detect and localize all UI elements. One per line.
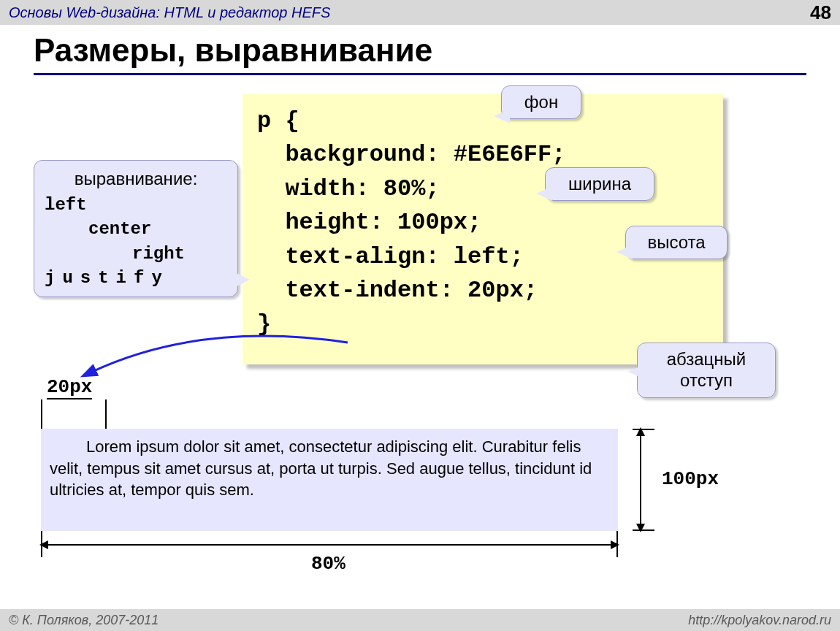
callout-indent: абзацный отступ — [637, 343, 776, 398]
align-option: center — [45, 217, 227, 242]
page-number: 48 — [810, 1, 831, 24]
align-option: left — [45, 193, 227, 218]
indent-bracket-icon — [41, 399, 107, 429]
footer-copyright: © К. Поляков, 2007-2011 — [9, 613, 159, 628]
footer-url: http://kpolyakov.narod.ru — [688, 613, 831, 628]
footer-bar: © К. Поляков, 2007-2011 http://kpolyakov… — [0, 609, 840, 631]
callout-tail-icon — [536, 186, 552, 201]
callout-alignment: выравнивание: left center right justify — [34, 160, 238, 297]
header-bar: Основы Web-дизайна: HTML и редактор HEFS… — [0, 0, 840, 25]
content-area: p { background: #E6E6FF; width: 80%; hei… — [34, 94, 806, 605]
callout-height: высота — [625, 226, 728, 259]
code-line: text-indent: 20px; — [257, 274, 709, 307]
callout-tail-icon — [628, 364, 644, 379]
code-line: p { — [257, 104, 709, 138]
slide-title: Размеры, выравнивание — [34, 32, 806, 75]
dim-arrow-icon — [41, 544, 618, 546]
example-paragraph: Lorem ipsum dolor sit amet, consectetur … — [41, 429, 618, 531]
callout-width: ширина — [545, 167, 654, 201]
paragraph-text: Lorem ipsum dolor sit amet, consectetur … — [50, 436, 609, 501]
callout-tail-icon — [229, 269, 250, 290]
width-dimension: 80% — [41, 535, 618, 576]
height-dimension: 100px — [633, 429, 749, 531]
header-title: Основы Web-дизайна: HTML и редактор HEFS — [9, 4, 330, 21]
callout-background: фон — [501, 85, 581, 119]
dim-arrow-icon — [640, 429, 641, 531]
callout-tail-icon — [616, 245, 633, 259]
width-label: 80% — [311, 553, 345, 575]
callout-title: выравнивание: — [45, 167, 227, 193]
arrow-curve-icon — [56, 335, 362, 401]
callout-tail-icon — [494, 109, 510, 123]
align-option: right — [45, 242, 227, 267]
height-label: 100px — [662, 468, 719, 490]
align-option: justify — [45, 266, 227, 291]
